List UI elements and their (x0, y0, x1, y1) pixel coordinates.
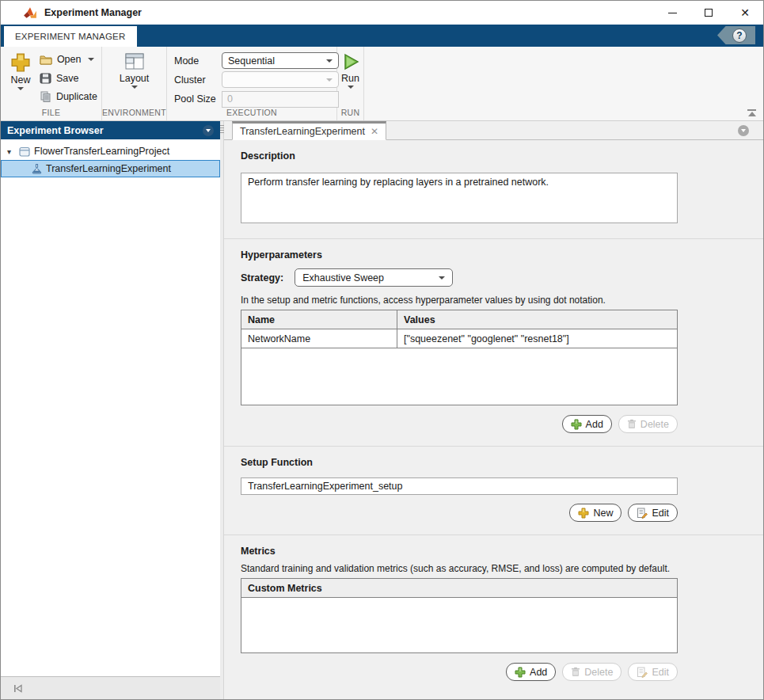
experiment-label: TransferLearningExperiment (46, 163, 171, 174)
description-textarea[interactable]: Perform transfer learning by replacing l… (241, 173, 678, 223)
browser-bottom-bar (1, 676, 220, 699)
setup-new-button[interactable]: New (569, 504, 621, 522)
experiment-browser-title: Experiment Browser (7, 125, 104, 136)
description-heading: Description (241, 150, 763, 162)
run-icon (341, 52, 360, 71)
hyperparameters-heading: Hyperparameters (241, 249, 763, 261)
experiment-browser-panel: Experiment Browser ▾ FlowerTransferLearn… (1, 121, 220, 699)
save-label: Save (56, 73, 79, 84)
document-tab-bar: TransferLearningExperiment ✕ (224, 121, 763, 140)
browser-menu-button[interactable] (203, 125, 214, 136)
edit-label: Edit (652, 667, 669, 678)
metrics-section: Metrics Standard training and validation… (224, 535, 763, 694)
environment-section-label: ENVIRONMENT (102, 108, 166, 120)
toolstrip: New Open (1, 47, 763, 121)
run-button[interactable]: Run (341, 50, 360, 108)
open-folder-icon (40, 55, 52, 65)
hyperparameter-name-cell[interactable]: NetworkName (241, 329, 397, 348)
strategy-label: Strategy: (241, 272, 283, 283)
strategy-dropdown[interactable]: Exhaustive Sweep (295, 268, 453, 287)
experiment-flask-icon (32, 163, 42, 174)
setup-function-heading: Setup Function (241, 457, 763, 468)
strategy-value: Exhaustive Sweep (302, 272, 384, 283)
cluster-dropdown (222, 71, 339, 88)
maximize-button[interactable] (690, 1, 727, 25)
edit-icon (637, 508, 648, 519)
collapse-ribbon-button[interactable] (747, 109, 757, 118)
mode-dropdown[interactable]: Sequential (222, 52, 339, 69)
project-icon (19, 146, 30, 157)
help-icon: ? (732, 29, 747, 43)
layout-label: Layout (120, 73, 150, 84)
minimize-icon (668, 13, 677, 13)
tab-experiment-manager[interactable]: EXPERIMENT MANAGER (4, 26, 137, 47)
metrics-add-button[interactable]: Add (506, 663, 556, 681)
layout-icon (124, 52, 145, 71)
new-plus-icon (10, 52, 31, 73)
hyperparameters-table: Name Values NetworkName ["squeezenet" "g… (241, 310, 678, 348)
metrics-heading: Metrics (241, 546, 763, 557)
hyperparameters-note: In the setup and metric functions, acces… (241, 295, 763, 306)
duplicate-button[interactable]: Duplicate (40, 89, 97, 105)
metrics-edit-button: Edit (628, 663, 678, 681)
cluster-label: Cluster (174, 74, 217, 86)
edit-label: Edit (652, 508, 669, 519)
close-icon: ✕ (740, 7, 750, 18)
run-label: Run (341, 73, 359, 84)
hyperparameter-add-button[interactable]: Add (562, 415, 612, 433)
hyperparameters-table-empty-area (241, 348, 678, 405)
experiment-browser-header: Experiment Browser (1, 121, 220, 139)
tab-transfer-learning-experiment[interactable]: TransferLearningExperiment ✕ (232, 121, 386, 140)
column-header-custom-metrics[interactable]: Custom Metrics (241, 579, 678, 598)
tree-node-experiment[interactable]: TransferLearningExperiment (1, 160, 220, 177)
duplicate-icon (40, 91, 51, 102)
tab-close-icon[interactable]: ✕ (371, 127, 378, 136)
hyperparameter-values-cell[interactable]: ["squeezenet" "googlenet" "resnet18"] (397, 329, 678, 348)
tree-node-project[interactable]: ▾ FlowerTransferLearningProject (1, 143, 220, 160)
cluster-caret (326, 78, 333, 82)
browser-empty-area (1, 177, 220, 676)
duplicate-label: Duplicate (56, 91, 97, 102)
experiment-definition: Description Perform transfer learning by… (224, 140, 763, 699)
close-button[interactable]: ✕ (727, 1, 763, 25)
collapse-panel-icon[interactable] (13, 684, 22, 693)
delete-trash-icon (627, 419, 637, 429)
chevron-down-icon (741, 129, 746, 132)
file-section-label: FILE (1, 108, 101, 120)
hyperparameters-section: Hyperparameters Strategy: Exhaustive Swe… (224, 239, 763, 447)
layout-button[interactable]: Layout (120, 50, 150, 108)
collapse-ribbon-icon (747, 109, 756, 111)
maximize-icon (705, 9, 713, 17)
new-label: New (10, 74, 30, 86)
open-button[interactable]: Open (40, 51, 97, 67)
table-row[interactable]: NetworkName ["squeezenet" "googlenet" "r… (241, 329, 678, 348)
description-section: Description Perform transfer learning by… (224, 140, 763, 239)
file-section: New Open (1, 47, 102, 120)
expander-icon[interactable]: ▾ (7, 147, 15, 156)
run-section: Run RUN (337, 47, 364, 120)
setup-edit-button[interactable]: Edit (628, 504, 678, 522)
execution-section: Mode Sequential Cluster Pool Size EXECUT… (167, 47, 337, 120)
run-section-label: RUN (337, 108, 363, 120)
metrics-delete-button: Delete (562, 663, 621, 681)
document-actions-button[interactable] (738, 125, 749, 136)
pool-size-label: Pool Size (174, 93, 217, 105)
project-label: FlowerTransferLearningProject (34, 146, 169, 157)
edit-icon (637, 667, 648, 678)
add-label: Add (586, 419, 603, 430)
column-header-name[interactable]: Name (241, 310, 397, 329)
panel-splitter[interactable] (220, 121, 224, 699)
document-panel: TransferLearningExperiment ✕ Description… (224, 121, 763, 699)
metrics-table: Custom Metrics (241, 578, 678, 598)
column-header-values[interactable]: Values (397, 310, 678, 329)
chevron-down-icon (206, 129, 211, 132)
setup-function-input[interactable] (241, 477, 678, 495)
mode-label: Mode (174, 55, 217, 67)
new-button[interactable]: New (5, 50, 36, 108)
add-label: Add (530, 667, 547, 678)
strategy-caret (439, 276, 445, 280)
environment-section: Layout ENVIRONMENT (102, 47, 167, 120)
help-button[interactable]: ? (717, 26, 755, 44)
save-button[interactable]: Save (40, 70, 97, 86)
minimize-button[interactable] (654, 1, 690, 25)
